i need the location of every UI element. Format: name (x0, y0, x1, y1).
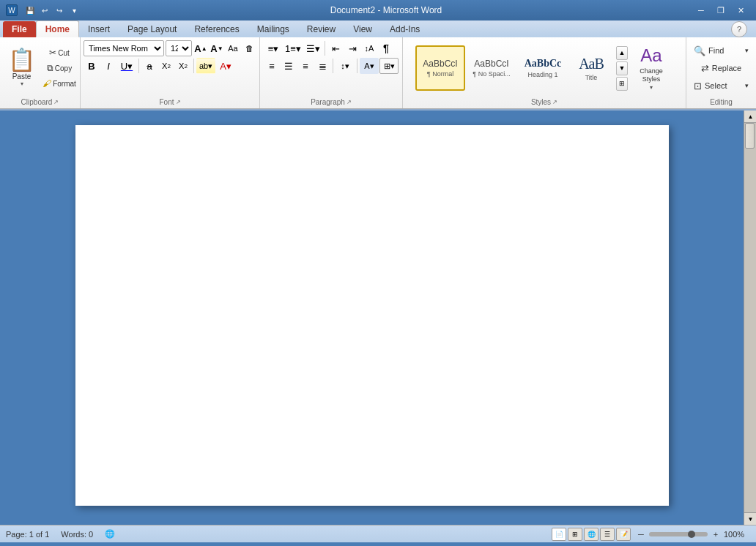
outline-button[interactable]: ☰ (600, 528, 615, 541)
tab-view[interactable]: View (344, 21, 381, 37)
line-spacing-button[interactable]: ↕▾ (336, 58, 355, 74)
find-button[interactable]: 🔍 Find ▾ (690, 42, 752, 59)
strikethrough-button[interactable]: a (141, 58, 158, 74)
language-icon: 🌐 (105, 529, 115, 539)
undo-qat-button[interactable]: ↩ (38, 4, 51, 17)
align-right-button[interactable]: ≡ (297, 58, 314, 74)
font-group-label: Font ↗ (159, 97, 180, 107)
clipboard-small-buttons: ✂Cut ⧉Copy 🖌Format (42, 40, 77, 96)
change-case-button[interactable]: Aa (226, 41, 240, 56)
draft-button[interactable]: 📝 (616, 528, 631, 541)
show-formatting-button[interactable]: ¶ (378, 40, 394, 56)
styles-more-button[interactable]: ⊞ (616, 77, 628, 91)
document-area[interactable] (0, 111, 744, 525)
font-color-button[interactable]: A▾ (216, 58, 235, 74)
tab-home[interactable]: Home (36, 20, 79, 37)
redo-qat-button[interactable]: ↪ (53, 4, 66, 17)
decrease-indent-button[interactable]: ⇤ (327, 40, 344, 56)
document-page[interactable] (75, 125, 669, 506)
tab-add-ins[interactable]: Add-Ins (381, 21, 429, 37)
replace-icon: ⇄ (701, 63, 709, 74)
save-qat-button[interactable]: 💾 (23, 4, 37, 17)
tab-insert[interactable]: Insert (79, 21, 119, 37)
print-layout-button[interactable]: 📄 (552, 528, 566, 541)
zoom-in-button[interactable]: + (710, 530, 722, 539)
cut-button[interactable]: ✂Cut (42, 45, 77, 60)
style-heading1-preview: AaBbCc (525, 58, 562, 70)
style-heading1[interactable]: AaBbCc Heading 1 (518, 45, 568, 91)
web-layout-button[interactable]: 🌐 (584, 528, 598, 541)
select-label: Select (705, 81, 727, 90)
bullets-button[interactable]: ≡▾ (264, 40, 283, 56)
numbering-button[interactable]: 1≡▾ (284, 40, 303, 56)
close-button[interactable]: ✕ (731, 3, 750, 18)
italic-button[interactable]: I (100, 58, 116, 74)
tab-review[interactable]: Review (298, 21, 344, 37)
scroll-down-button[interactable]: ▼ (744, 512, 756, 525)
font-expand-icon[interactable]: ↗ (176, 99, 181, 105)
align-left-button[interactable]: ≡ (264, 58, 280, 74)
replace-button[interactable]: ⇄ Replace (690, 60, 752, 76)
paragraph-expand-icon[interactable]: ↗ (346, 99, 352, 105)
zoom-slider-thumb[interactable] (688, 531, 695, 538)
styles-scroll-up-button[interactable]: ▲ (616, 46, 628, 60)
zoom-out-button[interactable]: ─ (635, 530, 647, 539)
sort-button[interactable]: ↕A (361, 40, 377, 56)
paste-button[interactable]: 📋 Paste ▾ (3, 40, 40, 96)
borders-button[interactable]: ⊞▾ (379, 58, 399, 74)
underline-button[interactable]: U▾ (117, 58, 136, 74)
multilevel-list-button[interactable]: ☰▾ (303, 40, 322, 56)
select-button[interactable]: ⊡ Select ▾ (690, 78, 752, 94)
font-size-select[interactable]: 12 (166, 40, 192, 56)
zoom-slider[interactable] (649, 532, 708, 536)
view-buttons: 📄 ⊞ 🌐 ☰ 📝 (552, 528, 631, 541)
tab-references[interactable]: References (185, 21, 248, 37)
change-styles-button[interactable]: Aa Change Styles ▾ (629, 45, 673, 91)
shrink-font-button[interactable]: A▼ (210, 41, 224, 56)
paragraph-group: ≡▾ 1≡▾ ☰▾ ⇤ ⇥ ↕A ¶ ≡ ☰ ≡ ≣ ↕▾ (260, 37, 403, 108)
increase-indent-button[interactable]: ⇥ (344, 40, 360, 56)
customize-qat-button[interactable]: ▾ (67, 4, 81, 17)
full-screen-button[interactable]: ⊞ (568, 528, 582, 541)
font-name-select[interactable]: Times New Rom (84, 40, 164, 56)
styles-expand-icon[interactable]: ↗ (552, 99, 557, 105)
styles-scroll-down-button[interactable]: ▼ (616, 61, 628, 75)
grow-font-button[interactable]: A▲ (193, 41, 208, 56)
tab-page-layout[interactable]: Page Layout (119, 21, 185, 37)
text-highlight-button[interactable]: ab▾ (196, 58, 215, 74)
scroll-up-button[interactable]: ▲ (744, 111, 756, 123)
scroll-track[interactable] (744, 123, 756, 512)
bold-button[interactable]: B (84, 58, 100, 74)
paragraph-row-2: ≡ ☰ ≡ ≣ ↕▾ A▾ ⊞▾ (264, 58, 399, 74)
help-button[interactable]: ? (731, 21, 747, 37)
page-indicator: Page: 1 of 1 (6, 530, 49, 539)
superscript-button[interactable]: X2 (175, 58, 191, 74)
minimize-button[interactable]: ─ (692, 3, 711, 18)
style-title[interactable]: AaB Title (569, 45, 613, 91)
tab-file[interactable]: File (3, 21, 36, 37)
word-icon: W (6, 4, 18, 16)
restore-button[interactable]: ❐ (711, 3, 730, 18)
quick-access-toolbar: 💾 ↩ ↪ ▾ (23, 4, 81, 17)
clear-formatting-button[interactable]: 🗑 (242, 41, 256, 56)
copy-button[interactable]: ⧉Copy (42, 61, 77, 75)
subscript-button[interactable]: X2 (158, 58, 174, 74)
format-painter-button[interactable]: 🖌Format (42, 76, 77, 91)
title-bar-left: W 💾 ↩ ↪ ▾ (6, 4, 81, 17)
ribbon-tabs-row: File Home Insert Page Layout References … (0, 20, 756, 37)
vertical-scrollbar[interactable]: ▲ ▼ (744, 111, 756, 525)
shading-button[interactable]: A▾ (360, 58, 379, 74)
style-normal[interactable]: AaBbCcI ¶ Normal (415, 45, 465, 91)
style-heading1-name: Heading 1 (527, 71, 557, 78)
title-bar: W 💾 ↩ ↪ ▾ Document2 - Microsoft Word ─ ❐… (0, 0, 756, 20)
scroll-thumb[interactable] (745, 123, 755, 149)
style-no-spacing[interactable]: AaBbCcI ¶ No Spaci... (467, 45, 516, 91)
zoom-level: 100% (724, 530, 750, 539)
justify-button[interactable]: ≣ (314, 58, 330, 74)
tab-mailings[interactable]: Mailings (248, 21, 298, 37)
clipboard-expand-icon[interactable]: ↗ (53, 99, 59, 105)
replace-label: Replace (712, 64, 741, 72)
editing-group-label: Editing (710, 97, 733, 107)
find-arrow: ▾ (745, 47, 749, 54)
center-button[interactable]: ☰ (281, 58, 297, 74)
